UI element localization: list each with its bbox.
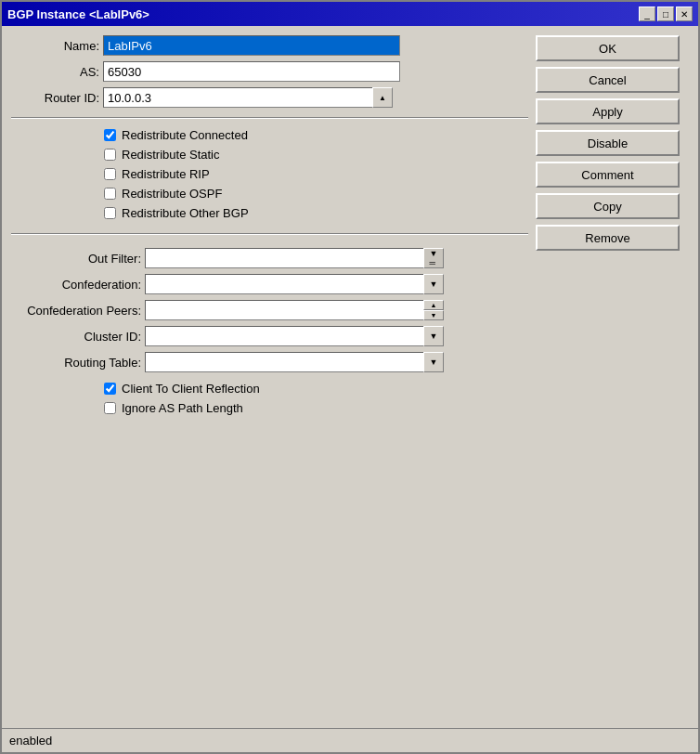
minimize-button[interactable]: _: [639, 6, 655, 21]
router-id-input[interactable]: [103, 87, 372, 108]
as-row: AS:: [11, 61, 528, 82]
content-area: Name: AS: Router ID: ▲: [2, 26, 698, 728]
routing-table-label: Routing Table:: [11, 356, 141, 370]
client-to-client-reflection-checkbox[interactable]: [104, 383, 116, 395]
divider-1: [11, 117, 528, 119]
window-title: BGP Instance <LabIPv6>: [7, 7, 149, 21]
confederation-peers-down-button[interactable]: ▼: [423, 310, 444, 320]
name-label: Name:: [11, 39, 99, 53]
divider-2: [11, 233, 528, 235]
redistribute-ospf-label: Redistribute OSPF: [122, 187, 222, 201]
checkbox-redistribute-other-bgp: Redistribute Other BGP: [11, 206, 528, 220]
copy-button[interactable]: Copy: [536, 193, 680, 219]
right-panel: OK Cancel Apply Disable Comment Copy Rem…: [536, 35, 689, 719]
confederation-peers-up-button[interactable]: ▲: [423, 300, 444, 310]
redistribute-rip-label: Redistribute RIP: [122, 167, 210, 181]
main-area: Name: AS: Router ID: ▲: [11, 35, 689, 719]
as-input[interactable]: [103, 61, 400, 82]
router-id-row: Router ID: ▲: [11, 87, 528, 108]
status-text: enabled: [9, 734, 52, 748]
confederation-label: Confederation:: [11, 278, 141, 292]
out-filter-dropdown-button[interactable]: ▼═: [423, 248, 444, 268]
redistribute-other-bgp-checkbox[interactable]: [104, 207, 116, 219]
cluster-id-dropdown-button[interactable]: ▼: [423, 326, 444, 346]
checkbox-redistribute-ospf: Redistribute OSPF: [11, 187, 528, 201]
confederation-dropdown-button[interactable]: ▼: [423, 274, 444, 294]
confederation-peers-spin: ▲ ▼: [423, 300, 444, 320]
cluster-id-label: Cluster ID:: [11, 330, 141, 344]
confederation-input[interactable]: [145, 274, 423, 294]
ignore-as-path-length-checkbox[interactable]: [104, 402, 116, 414]
cluster-id-row: Cluster ID: ▼: [11, 326, 528, 346]
status-bar: enabled: [2, 728, 698, 752]
disable-button[interactable]: Disable: [536, 130, 680, 156]
ignore-as-path-length-label: Ignore AS Path Length: [122, 401, 243, 415]
checkbox-client-reflection: Client To Client Reflection: [11, 382, 528, 396]
out-filter-input[interactable]: [145, 248, 423, 268]
name-row: Name:: [11, 35, 528, 56]
redistribute-ospf-checkbox[interactable]: [104, 188, 116, 200]
out-filter-row: Out Filter: ▼═: [11, 248, 528, 268]
checkbox-redistribute-rip: Redistribute RIP: [11, 167, 528, 181]
cluster-id-input[interactable]: [145, 326, 423, 346]
confederation-peers-row: Confederation Peers: ▲ ▼: [11, 300, 528, 320]
confederation-peers-input[interactable]: [145, 300, 423, 320]
routing-table-input[interactable]: [145, 352, 423, 372]
redistribute-other-bgp-label: Redistribute Other BGP: [122, 206, 249, 220]
out-filter-label: Out Filter:: [11, 252, 141, 266]
routing-table-row: Routing Table: ▼: [11, 352, 528, 372]
checkbox-redistribute-static: Redistribute Static: [11, 148, 528, 162]
redistribute-static-label: Redistribute Static: [122, 148, 220, 162]
checkbox-redistribute-connected: Redistribute Connected: [11, 128, 528, 142]
redistribute-rip-checkbox[interactable]: [104, 168, 116, 180]
cancel-button[interactable]: Cancel: [536, 67, 680, 93]
routing-table-dropdown-button[interactable]: ▼: [423, 352, 444, 372]
filter-section: Out Filter: ▼═ Confederation: ▼ Confeder…: [11, 248, 528, 372]
redistribute-static-checkbox[interactable]: [104, 149, 116, 161]
left-panel: Name: AS: Router ID: ▲: [11, 35, 528, 719]
main-window: BGP Instance <LabIPv6> _ □ ✕ Name: AS:: [0, 0, 700, 754]
as-label: AS:: [11, 65, 99, 79]
router-id-label: Router ID:: [11, 91, 99, 105]
client-to-client-reflection-label: Client To Client Reflection: [122, 382, 260, 396]
confederation-row: Confederation: ▼: [11, 274, 528, 294]
ok-button[interactable]: OK: [536, 35, 680, 61]
apply-button[interactable]: Apply: [536, 98, 680, 124]
checkbox-ignore-as-path: Ignore AS Path Length: [11, 401, 528, 415]
maximize-button[interactable]: □: [657, 6, 674, 21]
confederation-peers-label: Confederation Peers:: [11, 304, 141, 318]
redistribute-connected-label: Redistribute Connected: [122, 128, 248, 142]
title-bar-buttons: _ □ ✕: [639, 6, 693, 21]
title-bar: BGP Instance <LabIPv6> _ □ ✕: [2, 2, 698, 26]
redistribute-connected-checkbox[interactable]: [104, 129, 116, 141]
close-button[interactable]: ✕: [676, 6, 693, 21]
name-input[interactable]: [103, 35, 400, 56]
router-id-spin-button[interactable]: ▲: [372, 87, 393, 108]
comment-button[interactable]: Comment: [536, 162, 680, 188]
remove-button[interactable]: Remove: [536, 225, 680, 251]
router-id-field-group: ▲: [103, 87, 393, 108]
